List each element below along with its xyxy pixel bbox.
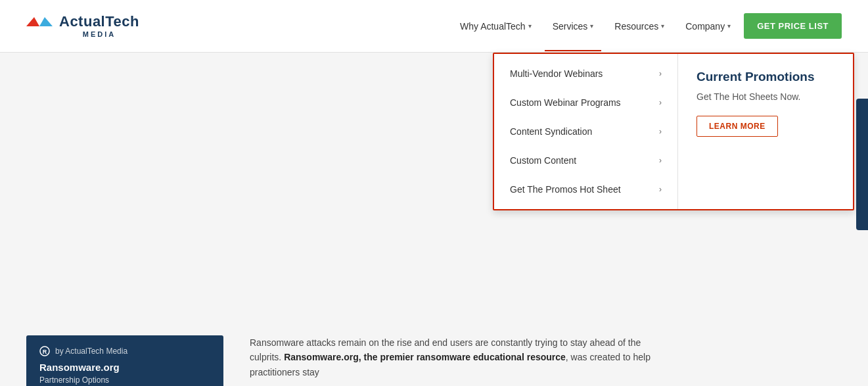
promo-title: Current Promotions bbox=[697, 70, 834, 84]
nav-why-actualtech[interactable]: Why ActualTech ▾ bbox=[452, 16, 539, 37]
chevron-down-icon: ▾ bbox=[661, 22, 664, 30]
dropdown-item-custom-webinar[interactable]: Custom Webinar Programs › bbox=[494, 88, 677, 117]
nav-company[interactable]: Company ▾ bbox=[677, 16, 739, 37]
svg-marker-1 bbox=[39, 17, 53, 26]
dropdown-item-multi-vendor[interactable]: Multi-Vendor Webinars › bbox=[494, 59, 677, 88]
nav-resources[interactable]: Resources ▾ bbox=[606, 16, 672, 37]
bottom-description: Ransomware attacks remain on the rise an… bbox=[250, 335, 657, 379]
chevron-right-icon: › bbox=[659, 156, 662, 165]
ransomware-subtitle: Partnership Options bbox=[39, 375, 210, 385]
main-nav: Why ActualTech ▾ Services ▾ Resources ▾ … bbox=[452, 13, 842, 39]
chevron-down-icon: ▾ bbox=[528, 22, 532, 30]
dropdown-promo-panel: Current Promotions Get The Hot Sheets No… bbox=[678, 54, 853, 209]
header: ActualTech MEDIA Why ActualTech ▾ Servic… bbox=[0, 0, 868, 53]
dropdown-item-content-syndication[interactable]: Content Syndication › bbox=[494, 117, 677, 146]
logo-icon bbox=[26, 16, 53, 37]
logo-brand: ActualTech bbox=[59, 14, 139, 30]
dropdown-item-promos-hot-sheet[interactable]: Get The Promos Hot Sheet › bbox=[494, 175, 677, 204]
get-price-list-button[interactable]: GET PRICE LIST bbox=[744, 13, 842, 39]
promo-description: Get The Hot Sheets Now. bbox=[697, 91, 834, 104]
chevron-down-icon: ▾ bbox=[590, 22, 593, 30]
ransomware-brand: Ransomware.org bbox=[39, 362, 210, 373]
chevron-right-icon: › bbox=[659, 127, 662, 136]
dropdown-menu-left: Multi-Vendor Webinars › Custom Webinar P… bbox=[494, 54, 678, 209]
logo-text: ActualTech MEDIA bbox=[59, 14, 139, 37]
ransomware-card: R by ActualTech Media Ransomware.org Par… bbox=[26, 335, 223, 386]
nav-services[interactable]: Services ▾ bbox=[545, 16, 602, 37]
logo-sub: MEDIA bbox=[59, 30, 139, 38]
logo-area[interactable]: ActualTech MEDIA bbox=[26, 14, 139, 37]
bottom-section: R by ActualTech Media Ransomware.org Par… bbox=[0, 316, 868, 386]
ransomware-by-line: R by ActualTech Media bbox=[39, 346, 210, 356]
dropdown-item-custom-content[interactable]: Custom Content › bbox=[494, 146, 677, 175]
chevron-right-icon: › bbox=[659, 69, 662, 78]
svg-text:R: R bbox=[43, 349, 47, 355]
chevron-right-icon: › bbox=[659, 185, 662, 194]
services-dropdown: Multi-Vendor Webinars › Custom Webinar P… bbox=[493, 53, 854, 210]
right-sidebar-bar bbox=[856, 99, 868, 230]
learn-more-button[interactable]: LEARN MORE bbox=[697, 116, 778, 137]
svg-marker-0 bbox=[26, 17, 39, 26]
ransomware-logo-icon: R bbox=[39, 346, 50, 356]
chevron-right-icon: › bbox=[659, 98, 662, 107]
chevron-down-icon: ▾ bbox=[727, 22, 731, 30]
